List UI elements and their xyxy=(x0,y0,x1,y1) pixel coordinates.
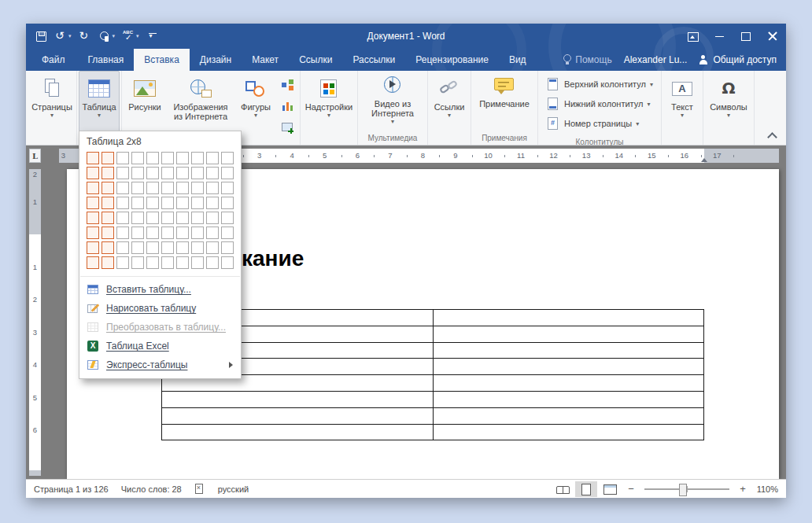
close-button[interactable] xyxy=(759,24,786,49)
grid-cell-6x3[interactable] xyxy=(116,227,129,239)
grid-cell-2x10[interactable] xyxy=(221,167,234,179)
table-cell[interactable] xyxy=(434,310,705,326)
grid-cell-4x4[interactable] xyxy=(131,197,144,209)
header-button[interactable]: Верхний колонтитул▾ xyxy=(543,76,656,93)
maximize-button[interactable] xyxy=(733,24,759,49)
grid-cell-4x8[interactable] xyxy=(191,197,204,209)
grid-cell-2x8[interactable] xyxy=(191,167,204,179)
table-cell[interactable] xyxy=(162,425,434,441)
grid-cell-6x10[interactable] xyxy=(221,227,234,239)
zoom-slider-thumb[interactable] xyxy=(679,484,687,496)
web-layout-button[interactable] xyxy=(599,481,621,497)
grid-cell-2x4[interactable] xyxy=(131,167,144,179)
grid-cell-8x8[interactable] xyxy=(191,256,204,269)
menu-item-draw-table[interactable]: Нарисовать таблицу xyxy=(79,299,241,318)
grid-cell-3x5[interactable] xyxy=(146,182,159,194)
tab-Рецензирование[interactable]: Рецензирование xyxy=(405,49,499,71)
grid-cell-8x4[interactable] xyxy=(131,256,144,269)
grid-cell-2x2[interactable] xyxy=(102,167,114,179)
grid-cell-3x7[interactable] xyxy=(176,182,189,194)
grid-cell-4x7[interactable] xyxy=(176,197,189,209)
spelling-button[interactable]: ▾ xyxy=(123,31,139,42)
grid-cell-6x6[interactable] xyxy=(161,227,174,239)
table-cell[interactable] xyxy=(434,359,705,375)
grid-cell-2x7[interactable] xyxy=(176,167,189,179)
tab-Файл[interactable]: Файл xyxy=(29,49,78,71)
grid-cell-7x1[interactable] xyxy=(87,241,99,254)
grid-cell-4x1[interactable] xyxy=(87,197,99,209)
grid-cell-8x9[interactable] xyxy=(206,256,219,269)
undo-button[interactable]: ▾ xyxy=(55,31,72,42)
grid-cell-6x8[interactable] xyxy=(191,227,204,239)
grid-cell-5x2[interactable] xyxy=(102,212,114,224)
print-layout-button[interactable] xyxy=(575,481,597,497)
grid-cell-1x9[interactable] xyxy=(206,152,219,164)
menu-item-excel-table[interactable]: Таблица Excel xyxy=(79,337,241,355)
menu-item-quick-tables[interactable]: Экспресс-таблицы xyxy=(79,355,241,374)
grid-cell-7x9[interactable] xyxy=(206,241,219,254)
table-size-grid[interactable] xyxy=(79,150,241,272)
grid-cell-1x6[interactable] xyxy=(161,152,174,164)
zoom-level[interactable]: 110% xyxy=(753,484,778,494)
grid-cell-5x9[interactable] xyxy=(206,212,219,224)
redo-button[interactable] xyxy=(79,31,91,42)
grid-cell-6x5[interactable] xyxy=(146,227,159,239)
tab-Дизайн[interactable]: Дизайн xyxy=(190,49,242,71)
grid-cell-8x10[interactable] xyxy=(221,256,234,269)
tab-stop-selector[interactable] xyxy=(29,149,41,163)
grid-cell-7x3[interactable] xyxy=(116,241,129,254)
text-box-button[interactable]: Текст▾ xyxy=(663,71,701,145)
tab-Главная[interactable]: Главная xyxy=(78,49,135,71)
table-cell[interactable] xyxy=(434,326,705,343)
table-cell[interactable] xyxy=(162,392,434,408)
proofing-status-icon[interactable] xyxy=(194,483,205,495)
grid-cell-3x1[interactable] xyxy=(87,182,99,194)
grid-cell-3x2[interactable] xyxy=(102,182,114,194)
pages-button[interactable]: Страницы▾ xyxy=(29,71,75,145)
grid-cell-3x9[interactable] xyxy=(206,182,219,194)
grid-cell-2x6[interactable] xyxy=(161,167,174,179)
grid-cell-5x7[interactable] xyxy=(176,212,189,224)
read-mode-button[interactable] xyxy=(552,481,574,497)
user-name[interactable]: Alexander Lu... xyxy=(624,54,688,65)
smartart-button[interactable] xyxy=(278,76,297,94)
table-cell[interactable] xyxy=(162,408,434,425)
tab-Рассылки[interactable]: Рассылки xyxy=(342,49,405,71)
grid-cell-7x2[interactable] xyxy=(102,241,114,254)
table-cell[interactable] xyxy=(434,392,705,408)
grid-cell-5x5[interactable] xyxy=(146,212,159,224)
grid-cell-7x6[interactable] xyxy=(161,241,174,254)
page-number-button[interactable]: Номер страницы▾ xyxy=(543,115,656,132)
customize-quick-access-button[interactable] xyxy=(147,31,159,42)
grid-cell-6x7[interactable] xyxy=(176,227,189,239)
grid-cell-2x9[interactable] xyxy=(206,167,219,179)
document-table[interactable] xyxy=(161,309,704,440)
grid-cell-5x8[interactable] xyxy=(191,212,204,224)
grid-cell-1x8[interactable] xyxy=(191,152,204,164)
document-heading-text[interactable]: кание xyxy=(242,246,304,271)
zoom-slider[interactable] xyxy=(644,488,729,490)
grid-cell-6x9[interactable] xyxy=(206,227,219,239)
share-button[interactable]: Общий доступ xyxy=(699,54,777,65)
online-video-button[interactable]: Видео из Интернета▾ xyxy=(360,71,426,133)
grid-cell-6x2[interactable] xyxy=(102,227,114,239)
grid-cell-8x3[interactable] xyxy=(116,256,129,269)
grid-cell-3x10[interactable] xyxy=(221,182,234,194)
grid-cell-1x4[interactable] xyxy=(131,152,144,164)
grid-cell-4x10[interactable] xyxy=(221,197,234,209)
grid-cell-5x6[interactable] xyxy=(161,212,174,224)
grid-cell-5x1[interactable] xyxy=(87,212,99,224)
footer-button[interactable]: Нижний колонтитул▾ xyxy=(543,95,656,112)
ribbon-display-options-button[interactable] xyxy=(679,24,706,49)
vertical-ruler[interactable]: 21123456 xyxy=(29,169,41,476)
grid-cell-1x1[interactable] xyxy=(87,152,99,164)
chart-button[interactable] xyxy=(278,97,297,116)
grid-cell-1x10[interactable] xyxy=(221,152,234,164)
right-indent-marker[interactable] xyxy=(701,158,707,162)
grid-cell-6x4[interactable] xyxy=(131,227,144,239)
grid-cell-8x6[interactable] xyxy=(161,256,174,269)
grid-cell-1x3[interactable] xyxy=(116,152,129,164)
grid-cell-8x7[interactable] xyxy=(176,256,189,269)
save-button[interactable] xyxy=(35,31,47,42)
tab-Ссылки[interactable]: Ссылки xyxy=(289,49,342,71)
